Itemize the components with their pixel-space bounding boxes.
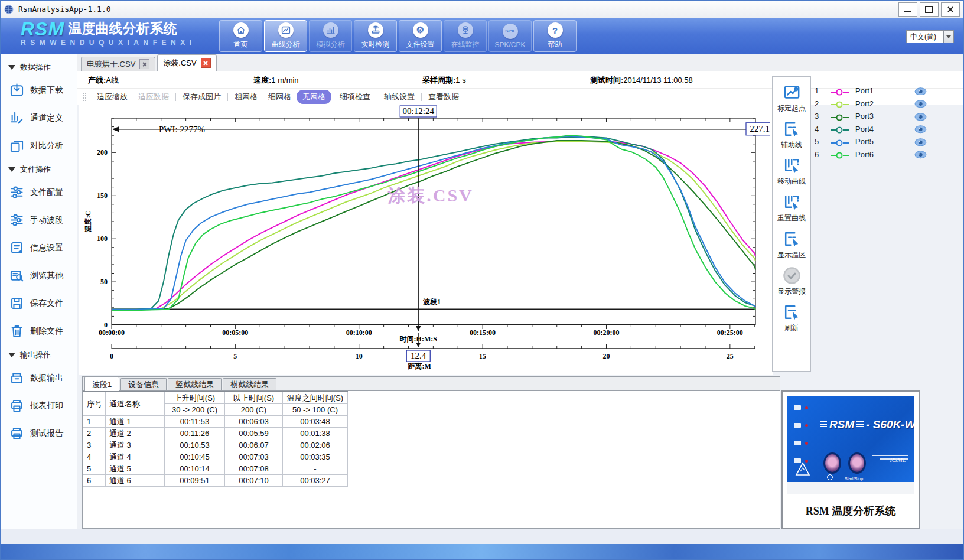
chart-toolbar-6[interactable]: 无网格 — [297, 90, 331, 104]
minimize-button[interactable] — [898, 2, 917, 17]
close-icon[interactable] — [201, 58, 211, 68]
sidebar-item[interactable]: 报表打印 — [1, 392, 77, 419]
eye-icon[interactable] — [914, 87, 927, 95]
file-tab[interactable]: 电镀烘干.CSV — [81, 57, 155, 71]
table-row[interactable]: 3通道 300:10:5300:06:0700:02:06 — [83, 439, 348, 451]
panel-icon — [782, 229, 802, 249]
legend-row[interactable]: 3Port3 — [815, 110, 927, 123]
eye-icon[interactable] — [914, 125, 927, 133]
table-cell: 00:01:38 — [283, 428, 348, 439]
sidebar-item[interactable]: 删除文件 — [1, 317, 77, 345]
table-row[interactable]: 1通道 100:11:5300:06:0300:03:48 — [83, 416, 348, 428]
nav-button-settings[interactable]: ⚙文件设置 — [399, 20, 442, 52]
language-select[interactable]: 中文(简) — [906, 30, 954, 43]
table-cell: 5 — [83, 463, 106, 475]
results-tab[interactable]: 设备信息 — [120, 378, 167, 390]
results-tab[interactable]: 竖截线结果 — [168, 378, 222, 390]
sidebar-item-label: 对比分析 — [30, 141, 63, 151]
results-tab[interactable]: 波段1 — [84, 377, 119, 391]
sidebar-item[interactable]: 保存文件 — [1, 289, 77, 317]
sidebar-item[interactable]: 文件配置 — [1, 178, 77, 206]
sidebar-item-label: 浏览其他 — [30, 271, 63, 281]
nav-button-help[interactable]: ?帮助 — [533, 20, 577, 52]
svg-text:25: 25 — [727, 352, 734, 360]
settings-icon: ⚙ — [413, 22, 428, 38]
tool-panel[interactable]: 辅助线 — [781, 119, 802, 150]
nav-button-monitor: 在线监控 — [444, 20, 487, 52]
table-cell: 1 — [83, 416, 106, 428]
legend-marker-icon — [830, 125, 850, 132]
separator — [175, 93, 176, 101]
eye-icon[interactable] — [914, 100, 927, 108]
sidebar-item[interactable]: 数据下载 — [1, 76, 77, 104]
tool-panel[interactable]: 显示温区 — [777, 229, 806, 260]
pwi-line: PWI: 2277%227.1 — [112, 123, 770, 135]
chart-area[interactable]: 00:00:0000:05:0000:10:0000:15:0000:20:00… — [79, 104, 773, 375]
tool-label: 标定起点 — [777, 103, 806, 113]
legend-label: Port6 — [855, 150, 914, 159]
file-tab[interactable]: 涂装.CSV — [157, 54, 216, 71]
drag-handle-icon[interactable] — [82, 92, 87, 102]
tool-mark[interactable]: 标定起点 — [777, 83, 806, 113]
chart-toolbar-9[interactable]: 查看数据 — [423, 90, 464, 103]
save-icon — [9, 295, 25, 311]
chart-toolbar-4[interactable]: 粗网格 — [229, 90, 263, 103]
column-header: 序号 — [83, 392, 106, 416]
separator — [421, 93, 422, 101]
sidebar-section-header[interactable]: 数据操作 — [1, 57, 77, 76]
results-tab[interactable]: 横截线结果 — [223, 378, 276, 390]
nav-label: 曲线分析 — [272, 40, 300, 50]
tool-movec[interactable]: 移动曲线 — [777, 156, 806, 187]
sidebar-section-header[interactable]: 文件操作 — [1, 159, 77, 178]
close-icon[interactable] — [139, 59, 149, 69]
nav-button-realtime[interactable]: 实时检测 — [354, 20, 397, 52]
sidebar-item[interactable]: 测试报告 — [1, 419, 77, 447]
legend-row[interactable]: 6Port6 — [815, 148, 927, 161]
separator — [333, 93, 333, 101]
info-label: 速度: — [253, 76, 271, 84]
eye-icon[interactable] — [914, 138, 927, 145]
table-row[interactable]: 2通道 200:11:2600:05:5900:01:38 — [83, 428, 348, 439]
language-value: 中文(简) — [910, 32, 941, 42]
svg-text:0: 0 — [110, 352, 113, 360]
sidebar-item[interactable]: 通道定义 — [1, 104, 77, 132]
legend-row[interactable]: 2Port2 — [815, 97, 927, 110]
tool-panel[interactable]: 刷新 — [782, 302, 802, 333]
chart-toolbar-5[interactable]: 细网格 — [263, 90, 297, 103]
table-row[interactable]: 4通道 400:10:4500:07:0300:03:35 — [83, 451, 348, 463]
sidebar-item[interactable]: 浏览其他 — [1, 262, 77, 289]
chevron-down-icon[interactable] — [943, 31, 953, 43]
nav-label: 模拟分析 — [317, 40, 345, 50]
close-button[interactable] — [941, 2, 960, 17]
sidebar-item[interactable]: 数据输出 — [1, 364, 77, 392]
device-led — [794, 423, 808, 428]
temperature-chart[interactable]: 00:00:0000:05:0000:10:0000:15:0000:20:00… — [82, 104, 770, 373]
sidebar-section-header[interactable]: 输出操作 — [1, 345, 77, 364]
browse-icon — [9, 268, 25, 284]
legend-row[interactable]: 4Port4 — [815, 123, 927, 136]
legend-marker-icon — [830, 87, 850, 95]
file-tab-label: 电镀烘干.CSV — [87, 59, 135, 70]
nav-button-curve[interactable]: 曲线分析 — [264, 20, 307, 52]
table-row[interactable]: 6通道 600:09:5100:07:1000:03:27 — [83, 475, 348, 487]
chart-toolbar-7[interactable]: 细项检查 — [334, 90, 376, 103]
chart-toolbar-3[interactable]: 保存成图片 — [177, 90, 226, 103]
chart-toolbar-8[interactable]: 轴线设置 — [379, 90, 420, 103]
tool-movec[interactable]: 重置曲线 — [777, 193, 806, 223]
nav-button-home[interactable]: 首页 — [219, 20, 262, 52]
eye-icon[interactable] — [914, 112, 927, 120]
maximize-button[interactable] — [920, 2, 939, 17]
chart-toolbar-1[interactable]: 适应缩放 — [92, 90, 133, 103]
legend-label: Port2 — [855, 99, 914, 108]
sidebar-item[interactable]: 手动波段 — [1, 206, 77, 234]
help-icon: ? — [548, 22, 563, 38]
table-row[interactable]: 5通道 500:10:1400:07:08- — [83, 463, 348, 475]
sidebar-item[interactable]: 信息设置 — [1, 234, 77, 262]
column-header: 温度之间时间(S) — [283, 392, 348, 404]
sliders-icon — [9, 184, 25, 200]
legend-row[interactable]: 1Port1 — [815, 84, 927, 97]
sidebar-item[interactable]: 对比分析 — [1, 132, 77, 159]
legend-row[interactable]: 5Port5 — [815, 135, 927, 148]
eye-icon[interactable] — [914, 151, 927, 158]
chevron-down-icon — [8, 65, 15, 70]
